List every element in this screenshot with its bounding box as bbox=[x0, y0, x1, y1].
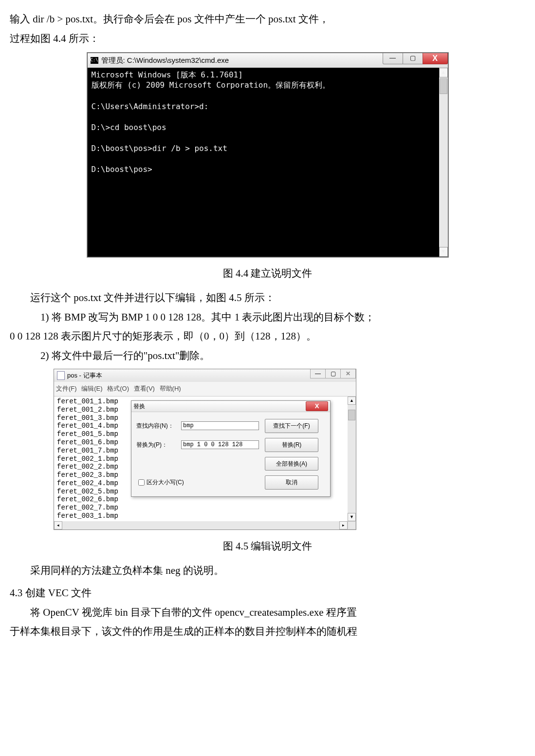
notepad-title: pos - 记事本 bbox=[67, 370, 102, 382]
section-4-3-heading: 4.3 创建 VEC 文件 bbox=[10, 584, 525, 603]
replace-button[interactable]: 替换(R) bbox=[265, 438, 318, 452]
menu-file[interactable]: 文件(F) bbox=[56, 385, 77, 392]
notepad-menubar: 文件(F) 编辑(E) 格式(O) 查看(V) 帮助(H) bbox=[54, 382, 356, 397]
doc-line-8: 将 OpenCV 视觉库 bin 目录下自带的文件 opencv_creates… bbox=[10, 603, 525, 623]
np-maximize-button[interactable]: ▢ bbox=[325, 369, 341, 378]
scroll-down-icon[interactable]: ▼ bbox=[439, 247, 448, 257]
maximize-button[interactable]: ▢ bbox=[403, 53, 423, 64]
cmd-content: Microsoft Windows [版本 6.1.7601] 版权所有 (c)… bbox=[92, 70, 331, 174]
notepad-titlebar: pos - 记事本 — ▢ ✕ bbox=[54, 369, 356, 382]
menu-edit[interactable]: 编辑(E) bbox=[81, 385, 102, 392]
close-button[interactable]: X bbox=[423, 53, 448, 64]
doc-line-7: 采用同样的方法建立负样本集 neg 的说明。 bbox=[10, 561, 525, 581]
scroll-up-icon[interactable]: ▲ bbox=[439, 68, 448, 77]
find-input[interactable] bbox=[181, 421, 259, 430]
menu-help[interactable]: 帮助(H) bbox=[160, 385, 181, 392]
figure-4-5-caption: 图 4.5 编辑说明文件 bbox=[10, 537, 525, 556]
menu-view[interactable]: 查看(V) bbox=[134, 385, 155, 392]
doc-line-9: 于样本集根目录下，该文件的作用是生成的正样本的数目并控制样本的随机程 bbox=[10, 622, 525, 642]
find-next-button[interactable]: 查找下一个(F) bbox=[265, 419, 318, 433]
find-label: 查找内容(N)： bbox=[136, 420, 175, 432]
cmd-window: C:\ 管理员: C:\Windows\system32\cmd.exe — ▢… bbox=[87, 53, 448, 257]
cmd-scrollbar[interactable]: ▲ ▼ bbox=[439, 68, 448, 257]
figure-4-4-caption: 图 4.4 建立说明文件 bbox=[10, 264, 525, 284]
notepad-body: feret_001_1.bmp feret_001_2.bmp feret_00… bbox=[54, 397, 356, 521]
np-hscrollbar[interactable]: ◂ ▸ bbox=[54, 521, 356, 529]
np-minimize-button[interactable]: — bbox=[310, 369, 326, 378]
doc-line-5: 0 0 128 128 表示图片尺寸的矩形表示，即（0，0）到（128，128）… bbox=[10, 327, 525, 346]
doc-line-1: 输入 dir /b > pos.txt。执行命令后会在 pos 文件中产生一个 … bbox=[10, 10, 525, 29]
replace-close-button[interactable]: X bbox=[306, 401, 328, 411]
np-scroll-up-icon[interactable]: ▲ bbox=[348, 397, 356, 405]
doc-line-6: 2) 将文件中最后一行的"pos.txt"删除。 bbox=[10, 346, 525, 366]
replace-label: 替换为(P)： bbox=[136, 439, 175, 451]
np-close-button[interactable]: ✕ bbox=[340, 369, 356, 378]
doc-line-4: 1) 将 BMP 改写为 BMP 1 0 0 128 128。其中 1 表示此图… bbox=[10, 308, 525, 327]
match-case-checkbox[interactable] bbox=[138, 479, 145, 486]
cmd-title: 管理员: C:\Windows\system32\cmd.exe bbox=[101, 54, 229, 68]
match-case-label: 区分大小写(C) bbox=[147, 477, 184, 488]
np-scroll-down-icon[interactable]: ▼ bbox=[348, 513, 356, 521]
replace-input[interactable] bbox=[181, 440, 259, 449]
np-scroll-thumb[interactable] bbox=[348, 410, 355, 420]
menu-format[interactable]: 格式(O) bbox=[107, 385, 129, 392]
replace-title-text: 替换 bbox=[133, 401, 145, 412]
cmd-body[interactable]: Microsoft Windows [版本 6.1.7601] 版权所有 (c)… bbox=[88, 68, 448, 257]
cancel-button[interactable]: 取消 bbox=[265, 475, 318, 490]
np-scroll-corner bbox=[348, 521, 356, 529]
document-icon bbox=[57, 371, 65, 380]
np-scroll-right-icon[interactable]: ▸ bbox=[339, 521, 348, 529]
minimize-button[interactable]: — bbox=[383, 53, 403, 64]
notepad-window: pos - 记事本 — ▢ ✕ 文件(F) 编辑(E) 格式(O) 查看(V) … bbox=[54, 369, 356, 530]
replace-all-button[interactable]: 全部替换(A) bbox=[265, 457, 318, 471]
np-vscrollbar[interactable]: ▲ ▼ bbox=[348, 397, 356, 521]
replace-dialog: 替换 X 查找内容(N)： 查找下一个(F) 替换为(P)： 替换(R) 全部替… bbox=[131, 400, 331, 497]
np-scroll-left-icon[interactable]: ◂ bbox=[54, 521, 62, 529]
doc-line-2: 过程如图 4.4 所示： bbox=[10, 29, 525, 49]
cmd-titlebar: C:\ 管理员: C:\Windows\system32\cmd.exe — ▢… bbox=[88, 53, 448, 68]
scroll-thumb[interactable] bbox=[440, 78, 447, 94]
replace-titlebar: 替换 X bbox=[131, 401, 330, 412]
cmd-icon: C:\ bbox=[91, 57, 98, 64]
doc-line-3: 运行这个 pos.txt 文件并进行以下编辑，如图 4.5 所示： bbox=[10, 288, 525, 308]
